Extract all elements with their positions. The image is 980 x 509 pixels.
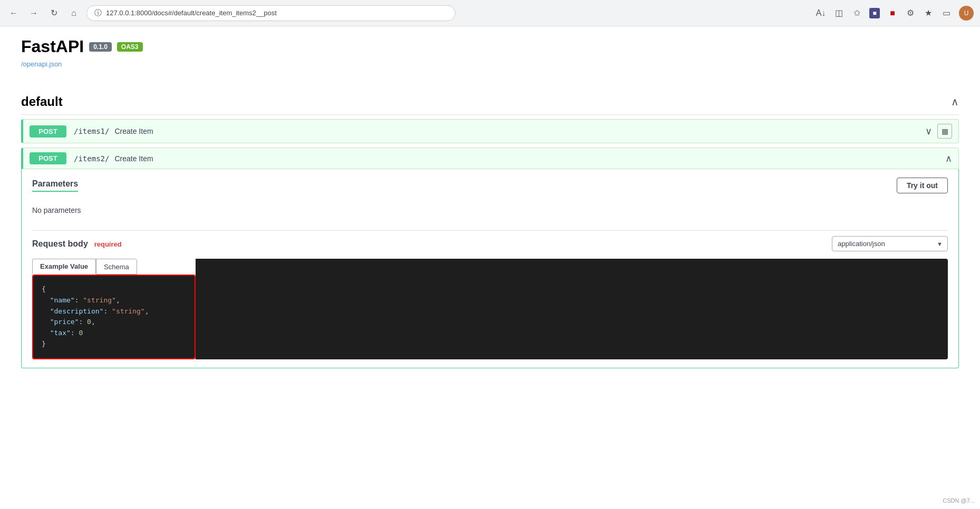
copy-button-items1[interactable]: ▦: [937, 124, 952, 139]
endpoint-panel-items2: Parameters Try it out No parameters Requ…: [21, 169, 959, 368]
browser-chrome: ← → ↻ ⌂ ⓘ 127.0.0.1:8000/docs#/default/c…: [0, 0, 980, 26]
forward-button[interactable]: →: [26, 6, 41, 21]
endpoint-wrapper-items2: POST /items2/ Create Item ∧ Parameters T…: [21, 148, 959, 368]
endpoint-desc-items2: Create Item: [114, 154, 153, 163]
try-it-out-button[interactable]: Try it out: [897, 178, 948, 193]
example-value-tab[interactable]: Example Value: [32, 259, 96, 275]
endpoint-desc-items1: Create Item: [114, 127, 153, 135]
no-params-text: No parameters: [32, 202, 948, 225]
page-content: FastAPI 0.1.0 OAS3 /openapi.json default…: [0, 26, 980, 379]
params-header: Parameters Try it out: [32, 178, 948, 193]
star-icon[interactable]: ★: [923, 8, 934, 18]
version-badge: 0.1.0: [89, 42, 112, 52]
schema-tab[interactable]: Schema: [96, 259, 137, 275]
split-view-icon[interactable]: ◫: [833, 8, 844, 18]
required-label: required: [94, 240, 122, 248]
browser-toolbar: A↓ ◫ ✩ ■ ■ ⚙ ★ ▭ U: [816, 6, 974, 21]
home-button[interactable]: ⌂: [66, 6, 81, 21]
info-icon: ⓘ: [94, 8, 102, 18]
code-block: { "name": "string", "description": "stri…: [33, 276, 195, 358]
code-and-schema: Example Value Schema { "name": "string",…: [32, 259, 196, 359]
section-header: default ∧: [21, 89, 959, 115]
address-bar[interactable]: ⓘ 127.0.0.1:8000/docs#/default/create_it…: [86, 5, 455, 21]
openapi-link-wrapper: /openapi.json: [21, 60, 959, 68]
avatar[interactable]: U: [959, 6, 974, 21]
endpoint-row-items1[interactable]: POST /items1/ Create Item ∨ ▦: [21, 119, 959, 143]
collapse-section-button[interactable]: ∧: [951, 95, 959, 108]
url-text: 127.0.0.1:8000/docs#/default/create_item…: [106, 9, 277, 17]
app-title: FastAPI: [21, 37, 84, 56]
endpoint-actions-items2: ∧: [945, 153, 952, 164]
bottom-area: Example Value Schema { "name": "string",…: [32, 259, 948, 359]
expand-icon-items1: ∨: [925, 125, 932, 137]
read-mode-icon[interactable]: A↓: [816, 8, 826, 18]
dark-area: [196, 259, 948, 359]
endpoint-path-items1: /items1/: [74, 127, 109, 135]
favorites-icon[interactable]: ✩: [851, 8, 862, 18]
endpoint-actions-items1: ∨ ▦: [925, 124, 952, 139]
extensions-icon[interactable]: ■: [869, 8, 880, 18]
sidebar-icon[interactable]: ▭: [941, 8, 952, 18]
request-body-section: Request body required application/json: [32, 236, 948, 359]
back-button[interactable]: ←: [6, 6, 21, 21]
panel-inner: Parameters Try it out No parameters Requ…: [22, 169, 958, 368]
code-block-container: { "name": "string", "description": "stri…: [32, 275, 196, 359]
endpoint-path-items2: /items2/: [74, 154, 109, 163]
request-body-label: Request body: [32, 239, 88, 248]
divider: [32, 230, 948, 231]
request-body-label-group: Request body required: [32, 239, 122, 249]
default-section: default ∧ POST /items1/ Create Item ∨ ▦ …: [21, 89, 959, 368]
method-badge-items1: POST: [30, 125, 66, 138]
collapse-icon-items2: ∧: [945, 153, 952, 164]
example-tabs: Example Value Schema: [32, 259, 196, 275]
section-title: default: [21, 94, 63, 109]
method-badge-items2: POST: [30, 152, 66, 164]
oas-badge: OAS3: [117, 42, 143, 52]
media-type-select[interactable]: application/json: [832, 236, 948, 251]
puzzle-icon[interactable]: ⚙: [905, 8, 916, 18]
media-type-select-wrapper: application/json: [832, 236, 948, 251]
openapi-link[interactable]: /openapi.json: [21, 60, 62, 68]
refresh-button[interactable]: ↻: [46, 6, 61, 21]
params-title: Parameters: [32, 179, 78, 192]
endpoint-row-items2[interactable]: POST /items2/ Create Item ∧: [21, 148, 959, 169]
collections-icon[interactable]: ■: [887, 8, 898, 18]
request-body-header: Request body required application/json: [32, 236, 948, 251]
fastapi-header: FastAPI 0.1.0 OAS3: [21, 37, 959, 56]
